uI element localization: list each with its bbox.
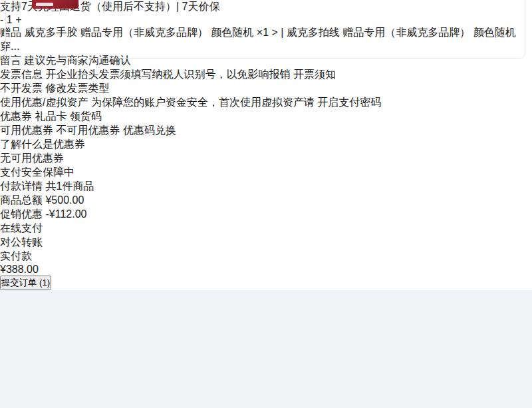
coupon-filters: 可用优惠券 不可用优惠券 优惠码兑换 (0, 124, 532, 138)
order-card: 支持7天无理由退货（使用后不支持）| 7天价保 - 1 + 赠品 威克多手胶 赠… (0, 0, 532, 68)
total-label: 实付款 (0, 250, 532, 264)
invoice-subtitle: 开企业抬头发票须填写纳税人识别号，以免影响报销 (45, 69, 290, 80)
assets-card: 使用优惠/虚拟资产 为保障您的账户资金安全，首次使用虚拟资产请 开启支付密码 优… (0, 96, 532, 166)
tab-gift-card[interactable]: 礼品卡 (35, 110, 66, 122)
tab-pickup-code[interactable]: 领货码 (70, 110, 102, 122)
filter-unavailable-coupons[interactable]: 不可用优惠券 (56, 124, 120, 136)
invoice-value: 不开发票 (0, 83, 43, 94)
goods-total-label: 商品总额 (0, 194, 43, 206)
method-corporate-transfer[interactable]: 对公转账 (0, 236, 532, 250)
corporate-transfer-label: 对公转账 (0, 236, 43, 248)
modify-invoice-label: 修改发票类型 (45, 83, 109, 94)
invoice-card: 发票信息 开企业抬头发票须填写纳税人识别号，以免影响报销 开票须知 不开发票 修… (0, 68, 532, 96)
invoice-notice-label: 开票须知 (293, 69, 336, 80)
tab-coupon[interactable]: 优惠券 (0, 110, 32, 122)
product-image[interactable] (32, 0, 78, 9)
shop-items-box (5, 0, 525, 59)
security-banner-text: 支付安全保障中 (0, 166, 74, 178)
method-online-payment[interactable]: 在线支付 (0, 222, 532, 236)
enable-pay-password-link[interactable]: 开启支付密码 (317, 97, 381, 108)
learn-coupon-link[interactable]: 了解什么是优惠券 (0, 138, 532, 152)
payment-security-banner: 支付安全保障中 (0, 166, 532, 180)
filter-available-coupons[interactable]: 可用优惠券 (0, 124, 53, 136)
assets-security-tip: 为保障您的账户资金安全，首次使用虚拟资产请 (91, 97, 315, 108)
learn-prefix: 了解 (0, 138, 21, 150)
invoice-notice-link[interactable]: 开票须知 (293, 69, 336, 80)
promo-discount-label: 促销优惠 (0, 208, 43, 220)
promo-discount-value: -¥112.00 (45, 208, 86, 220)
assets-tabs: 优惠券 礼品卡 领货码 (0, 110, 532, 124)
no-coupons-text: 无可用优惠券 (0, 152, 532, 166)
online-payment-label: 在线支付 (0, 222, 43, 234)
total-value: ¥388.00 (0, 264, 532, 276)
goods-total-value: ¥500.00 (45, 194, 84, 206)
assets-title: 使用优惠/虚拟资产 (0, 97, 88, 108)
quantity-decrease-button[interactable]: - (0, 14, 3, 25)
payment-details-title: 付款详情 (0, 180, 43, 192)
product-image-detail (36, 3, 53, 6)
modify-invoice-link[interactable]: 修改发票类型 (45, 83, 109, 94)
submit-order-button[interactable]: 提交订单 (1) (0, 276, 51, 290)
learn-link-text[interactable]: 什么是优惠券 (21, 138, 85, 150)
item-count: 共1件商品 (45, 180, 94, 192)
filter-coupon-code-redeem[interactable]: 优惠码兑换 (123, 124, 176, 136)
invoice-title: 发票信息 (0, 69, 43, 80)
payment-card: 支付安全保障中 付款详情 共1件商品 商品总额 ¥500.00 促销优惠 -¥1… (0, 166, 532, 290)
